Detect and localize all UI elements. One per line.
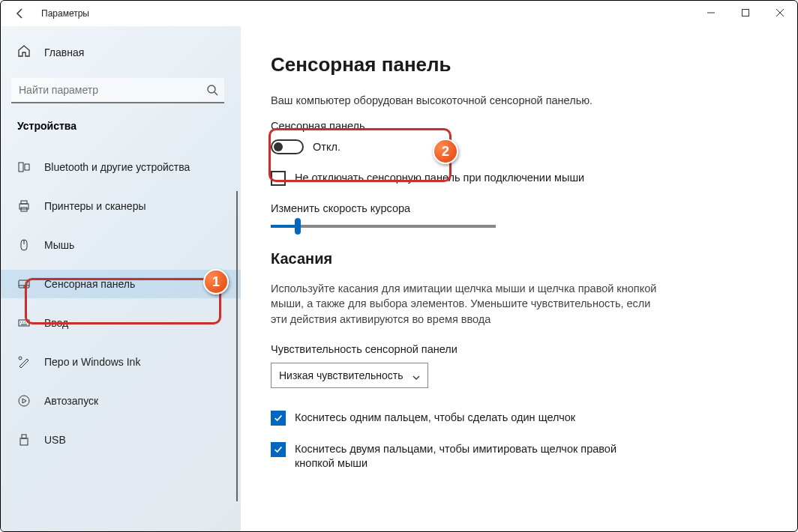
sidebar-item-label: USB <box>44 434 66 446</box>
minimize-button[interactable] <box>694 1 728 25</box>
sidebar-item-label: Принтеры и сканеры <box>44 200 146 212</box>
svg-point-22 <box>19 357 22 360</box>
sidebar-section-title: Устройства <box>1 120 241 132</box>
sidebar-item-typing[interactable]: Ввод <box>1 309 241 337</box>
tap-two-fingers-checkbox[interactable] <box>271 442 286 457</box>
tap-two-fingers-label: Коснитесь двумя пальцами, чтобы имитиров… <box>295 442 640 471</box>
cursor-speed-slider[interactable] <box>271 225 496 228</box>
usb-icon <box>17 433 31 447</box>
tap-one-finger-checkbox[interactable] <box>271 411 286 426</box>
search-input[interactable] <box>11 78 224 103</box>
pen-icon <box>17 355 31 369</box>
toggle-state-text: Откл. <box>313 141 340 153</box>
sidebar-item-label: Ввод <box>44 317 68 329</box>
sidebar-item-touchpad[interactable]: Сенсорная панель <box>1 270 241 298</box>
sidebar-item-label: Перо и Windows Ink <box>44 356 140 368</box>
search-box[interactable] <box>11 78 224 103</box>
back-arrow-icon[interactable] <box>14 7 26 19</box>
sidebar-item-pen[interactable]: Перо и Windows Ink <box>1 348 241 376</box>
window-title: Параметры <box>41 8 89 19</box>
keep-on-mouse-checkbox[interactable] <box>271 171 286 186</box>
tap-one-finger-label: Коснитесь одним пальцем, чтобы сделать о… <box>295 411 575 425</box>
toggle-label: Сенсорная панель <box>271 120 767 132</box>
search-icon <box>206 84 218 96</box>
svg-line-5 <box>214 92 218 95</box>
keep-on-mouse-label: Не отключать сенсорную панель при подклю… <box>295 171 584 185</box>
sidebar-item-label: Мышь <box>44 239 74 251</box>
page-subtext: Ваш компьютер оборудован высокоточной се… <box>271 94 767 106</box>
titlebar: Параметры <box>1 1 797 26</box>
cursor-speed-label: Изменить скорость курсора <box>271 202 767 214</box>
svg-point-23 <box>19 396 29 406</box>
sensitivity-select[interactable]: Низкая чувствительность <box>271 363 428 388</box>
keyboard-icon <box>17 316 31 330</box>
sidebar: Главная Устройства Bluetooth и другие ус… <box>1 26 241 531</box>
mouse-icon <box>17 238 31 252</box>
sidebar-item-label: Bluetooth и другие устройства <box>44 161 190 173</box>
touches-heading: Касания <box>271 250 767 267</box>
slider-thumb[interactable] <box>295 218 301 235</box>
touches-description: Используйте касания для имитации щелчка … <box>271 281 661 327</box>
sensitivity-value: Низкая чувствительность <box>279 369 404 381</box>
svg-rect-25 <box>20 438 28 445</box>
sidebar-item-usb[interactable]: USB <box>1 426 241 454</box>
home-icon <box>17 44 31 60</box>
sidebar-item-label: Автозапуск <box>44 395 98 407</box>
sidebar-item-autoplay[interactable]: Автозапуск <box>1 387 241 415</box>
scrollbar-indicator[interactable] <box>236 191 238 501</box>
svg-rect-16 <box>19 320 29 326</box>
window-controls <box>694 1 797 25</box>
svg-rect-9 <box>21 201 27 204</box>
touchpad-icon <box>17 277 31 291</box>
svg-rect-7 <box>25 164 29 170</box>
svg-rect-1 <box>742 10 749 16</box>
page-heading: Сенсорная панель <box>271 53 767 76</box>
sidebar-home-label: Главная <box>44 46 84 58</box>
sidebar-item-mouse[interactable]: Мышь <box>1 231 241 259</box>
chevron-down-icon <box>412 372 420 379</box>
close-button[interactable] <box>763 1 797 25</box>
sidebar-item-label: Сенсорная панель <box>44 278 135 290</box>
touchpad-toggle[interactable] <box>271 139 304 154</box>
svg-rect-24 <box>22 435 26 438</box>
bluetooth-icon <box>17 160 31 174</box>
maximize-button[interactable] <box>728 1 763 25</box>
sidebar-item-bluetooth[interactable]: Bluetooth и другие устройства <box>1 153 241 181</box>
sidebar-home[interactable]: Главная <box>1 40 241 64</box>
content-pane: Сенсорная панель Ваш компьютер оборудова… <box>241 26 797 531</box>
sensitivity-label: Чувствительность сенсорной панели <box>271 343 767 355</box>
autoplay-icon <box>17 394 31 408</box>
svg-rect-6 <box>19 163 23 172</box>
printer-icon <box>17 199 31 213</box>
svg-point-4 <box>208 85 215 93</box>
sidebar-item-printers[interactable]: Принтеры и сканеры <box>1 192 241 220</box>
